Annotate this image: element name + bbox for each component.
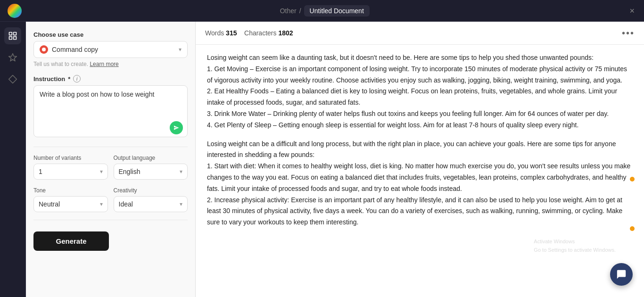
instruction-section: Instruction * i bbox=[33, 75, 188, 139]
svg-rect-1 bbox=[14, 33, 17, 35]
word-count: Words 315 Characters 1802 bbox=[205, 29, 293, 37]
language-group: Output language English ▾ bbox=[114, 155, 188, 180]
chat-bubble-button[interactable] bbox=[610, 263, 633, 286]
language-chevron-icon: ▾ bbox=[180, 168, 182, 175]
document-title[interactable]: Untitled Document bbox=[304, 5, 370, 16]
help-text: Tell us what to create. Learn more bbox=[33, 61, 188, 67]
word-count-label: Words bbox=[205, 29, 224, 37]
right-panel: Words 315 Characters 1802 ••• Losing wei… bbox=[196, 22, 644, 297]
instruction-input[interactable] bbox=[33, 85, 188, 137]
variants-group: Number of variants 1 ▾ bbox=[33, 155, 108, 180]
tone-label: Tone bbox=[33, 187, 108, 194]
use-case-label: Choose use case bbox=[33, 31, 188, 38]
char-count-label: Characters bbox=[244, 29, 276, 37]
svg-rect-0 bbox=[9, 33, 12, 35]
topbar-center: Other / Untitled Document bbox=[280, 5, 370, 16]
svg-marker-4 bbox=[9, 54, 17, 61]
learn-more-link[interactable]: Learn more bbox=[90, 61, 118, 67]
dot-indicator-top bbox=[630, 177, 635, 182]
generate-button-wrapper: Generate bbox=[33, 231, 188, 251]
dot-indicator-bottom bbox=[630, 226, 635, 231]
breadcrumb-separator: / bbox=[299, 7, 301, 15]
topbar: Other / Untitled Document × bbox=[0, 0, 644, 22]
variants-value: 1 bbox=[39, 168, 42, 175]
tone-dropdown[interactable]: Neutral ▾ bbox=[33, 196, 108, 212]
creativity-dropdown[interactable]: Ideal ▾ bbox=[114, 196, 188, 212]
more-options-button[interactable]: ••• bbox=[622, 28, 635, 38]
language-label: Output language bbox=[114, 155, 188, 161]
textarea-wrapper bbox=[33, 85, 188, 139]
sidebar-icon-blocks[interactable] bbox=[4, 27, 21, 44]
variants-chevron-icon: ▾ bbox=[100, 168, 103, 175]
variants-dropdown[interactable]: 1 ▾ bbox=[33, 164, 108, 180]
close-button[interactable]: × bbox=[627, 5, 636, 17]
generate-button[interactable]: Generate bbox=[33, 231, 109, 251]
tone-creativity-row: Tone Neutral ▾ Creativity Ideal ▾ bbox=[33, 187, 188, 212]
app-logo bbox=[8, 4, 22, 18]
use-case-value: Command copy bbox=[52, 46, 98, 53]
variants-language-row: Number of variants 1 ▾ Output language E… bbox=[33, 155, 188, 180]
windows-watermark: Activate WindowsGo to Settings to activa… bbox=[534, 237, 616, 255]
tone-group: Tone Neutral ▾ bbox=[33, 187, 108, 212]
creativity-chevron-icon: ▾ bbox=[180, 201, 182, 207]
divider-1 bbox=[33, 147, 188, 147]
breadcrumb-other: Other bbox=[280, 7, 297, 15]
sidebar-icon-sparkle[interactable] bbox=[4, 49, 21, 66]
variants-label: Number of variants bbox=[33, 155, 108, 161]
tone-value: Neutral bbox=[39, 200, 60, 208]
svg-rect-3 bbox=[14, 37, 17, 40]
creativity-value: Ideal bbox=[119, 200, 133, 208]
left-panel: Choose use case Command copy ▾ Tell us w… bbox=[26, 22, 196, 297]
topbar-left bbox=[8, 4, 22, 18]
use-case-dropdown[interactable]: Command copy ▾ bbox=[33, 41, 188, 58]
char-count-value: 1802 bbox=[278, 29, 293, 37]
paragraph-1: Losing weight can seem like a daunting t… bbox=[207, 52, 633, 131]
sidebar-icon-diamond[interactable] bbox=[4, 71, 21, 88]
required-star: * bbox=[68, 75, 70, 82]
use-case-dropdown-left: Command copy bbox=[40, 45, 98, 54]
language-value: English bbox=[119, 168, 140, 175]
icon-sidebar bbox=[0, 22, 26, 297]
textarea-submit-button[interactable] bbox=[170, 121, 183, 134]
content-toolbar: Words 315 Characters 1802 ••• bbox=[196, 22, 644, 45]
instruction-label: Instruction bbox=[33, 75, 65, 82]
language-dropdown[interactable]: English ▾ bbox=[114, 164, 188, 180]
chevron-down-icon: ▾ bbox=[179, 46, 182, 53]
creativity-label: Creativity bbox=[114, 187, 188, 194]
svg-rect-2 bbox=[9, 37, 12, 40]
word-count-value: 315 bbox=[226, 29, 237, 37]
paragraph-2: Losing weight can be a difficult and lon… bbox=[207, 139, 633, 228]
instruction-header: Instruction * i bbox=[33, 75, 188, 82]
info-icon: i bbox=[73, 75, 81, 82]
use-case-section: Choose use case Command copy ▾ Tell us w… bbox=[33, 31, 188, 67]
tone-chevron-icon: ▾ bbox=[100, 201, 103, 207]
main-layout: Choose use case Command copy ▾ Tell us w… bbox=[0, 22, 644, 297]
divider-2 bbox=[33, 220, 188, 220]
topbar-right: × bbox=[627, 5, 636, 17]
creativity-group: Creativity Ideal ▾ bbox=[114, 187, 188, 212]
content-body[interactable]: Losing weight can seem like a daunting t… bbox=[196, 45, 644, 297]
use-case-icon bbox=[40, 45, 48, 54]
